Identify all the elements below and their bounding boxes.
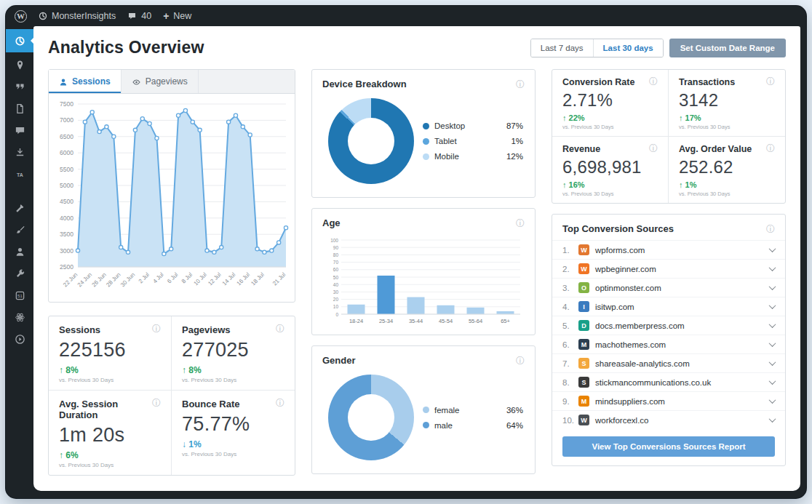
panel-title: Gender [322, 355, 356, 366]
sidebar-item-tools[interactable] [9, 199, 31, 217]
panel-title: Top Conversion Sources [562, 223, 674, 234]
svg-text:21 Jul: 21 Jul [271, 271, 287, 287]
up-arrow-icon: ↑ [679, 113, 685, 122]
source-row[interactable]: 8.Sstickmancommunications.co.uk [552, 372, 785, 391]
legend-label: Desktop [434, 121, 465, 130]
svg-text:70: 70 [333, 260, 339, 265]
sidebar-item-appearance[interactable] [9, 221, 31, 239]
sidebar-item-comments[interactable] [9, 121, 31, 140]
device-donut-chart [328, 98, 414, 184]
wp-admin-sidebar: TA 51 [6, 26, 33, 498]
source-row[interactable]: 4.Iisitwp.com [552, 297, 785, 316]
info-icon[interactable]: ⓘ [766, 225, 775, 233]
info-icon[interactable]: ⓘ [649, 144, 658, 153]
user-icon [15, 247, 25, 257]
info-icon[interactable]: ⓘ [516, 219, 525, 228]
chevron-down-icon[interactable] [769, 396, 776, 404]
chevron-down-icon[interactable] [769, 321, 776, 328]
sidebar-item-downloads[interactable] [9, 143, 31, 161]
info-icon[interactable]: ⓘ [276, 324, 284, 333]
last-7-days-button[interactable]: Last 7 days [531, 39, 593, 57]
view-top-conversions-report-button[interactable]: View Top Conversions Sources Report [562, 436, 775, 457]
chevron-down-icon[interactable] [769, 377, 776, 385]
svg-text:7500: 7500 [60, 100, 73, 108]
chevron-down-icon[interactable] [769, 359, 776, 366]
sidebar-item-posts[interactable] [9, 56, 31, 74]
svg-text:12 Jul: 12 Jul [207, 271, 223, 287]
monsterinsights-mini-icon [39, 12, 47, 20]
stat-comparison: vs. Previous 30 Days [562, 191, 658, 197]
svg-text:100: 100 [330, 238, 338, 243]
chevron-down-icon[interactable] [769, 245, 776, 252]
sidebar-item-media[interactable] [9, 78, 31, 96]
admin-bar-comments[interactable]: 40 [127, 11, 151, 21]
wordpress-logo-icon[interactable]: W [15, 10, 27, 23]
legend-dot-icon [423, 407, 429, 413]
source-row[interactable]: 7.Sshareasale-analytics.com [552, 353, 785, 372]
wp-admin-bar: W MonsterInsights 40 + New [6, 6, 806, 26]
info-icon[interactable]: ⓘ [516, 80, 525, 89]
stat-label: Sessions [59, 324, 100, 335]
info-icon[interactable]: ⓘ [766, 144, 775, 153]
chevron-down-icon[interactable] [769, 340, 776, 347]
legend-item-desktop: Desktop87% [423, 121, 523, 130]
main-content: Analytics Overview Last 7 days Last 30 d… [33, 26, 800, 491]
svg-text:65+: 65+ [501, 318, 510, 324]
comments-count: 40 [141, 11, 151, 21]
source-row[interactable]: 2.Wwpbeginner.com [552, 259, 785, 278]
stat-value: 1m 20s [59, 424, 161, 447]
source-row[interactable]: 9.Mmindsuppliers.com [552, 391, 785, 410]
source-row[interactable]: 3.Ooptinmonster.com [552, 278, 785, 297]
last-30-days-button[interactable]: Last 30 days [593, 39, 663, 57]
svg-text:5500: 5500 [60, 166, 73, 173]
source-row[interactable]: 5.Ddocs.memberpress.com [552, 316, 785, 335]
tab-sessions[interactable]: Sessions [49, 70, 122, 93]
legend-item-female: female36% [423, 406, 523, 415]
info-icon[interactable]: ⓘ [649, 77, 658, 86]
sidebar-item-settings[interactable] [9, 265, 31, 283]
info-icon[interactable]: ⓘ [152, 399, 161, 407]
source-rank: 6. [562, 340, 578, 349]
sidebar-item-pages[interactable] [9, 100, 31, 118]
stat-comparison: vs. Previous 30 Days [182, 451, 284, 457]
panel-title: Device Breakdown [322, 79, 407, 89]
stat-label: Avg. Order Value [679, 144, 752, 154]
ta-icon: TA [15, 169, 25, 180]
source-row[interactable]: 6.Mmachothemes.com [552, 335, 785, 353]
chart-tabs: Sessions Pageviews [49, 70, 295, 94]
sidebar-item-video[interactable] [9, 330, 31, 348]
sidebar-item-science[interactable] [9, 308, 31, 327]
sidebar-item-users[interactable] [9, 243, 31, 261]
stat-label: Conversion Rate [562, 77, 634, 87]
source-rank: 4. [562, 303, 578, 311]
source-row[interactable]: 1.Wwpforms.com [552, 240, 785, 259]
admin-bar-new[interactable]: + New [163, 11, 191, 21]
svg-text:30: 30 [333, 289, 339, 295]
comment-icon [15, 125, 25, 136]
chevron-down-icon[interactable] [769, 283, 776, 290]
site-menu[interactable]: MonsterInsights [39, 11, 116, 21]
info-icon[interactable]: ⓘ [516, 356, 525, 365]
sidebar-item-plugin-51[interactable]: 51 [9, 287, 31, 305]
sidebar-item-ta[interactable]: TA [9, 165, 31, 183]
donut-hole [348, 118, 394, 164]
info-icon[interactable]: ⓘ [766, 77, 775, 86]
info-icon[interactable]: ⓘ [276, 399, 284, 407]
chevron-down-icon[interactable] [769, 302, 776, 309]
source-rank: 5. [562, 321, 578, 330]
age-panel: Age ⓘ 010203040506070809010018-2425-3435… [311, 208, 536, 335]
chevron-down-icon[interactable] [769, 415, 776, 423]
sidebar-item-monsterinsights[interactable] [6, 29, 33, 52]
browser-window: W MonsterInsights 40 + New [6, 6, 806, 498]
desktop-background: { "admin_bar": {"site_name": "MonsterIns… [0, 0, 812, 504]
chevron-down-icon[interactable] [769, 264, 776, 271]
source-rank: 7. [562, 359, 578, 368]
info-icon[interactable]: ⓘ [152, 324, 161, 333]
set-custom-date-range-button[interactable]: Set Custom Date Range [669, 39, 786, 57]
tab-pageviews[interactable]: Pageviews [122, 70, 199, 93]
legend-value: 87% [506, 121, 523, 130]
gender-donut-chart [328, 375, 414, 460]
source-domain: shareasale-analytics.com [595, 359, 690, 368]
legend-value: 36% [506, 406, 523, 415]
source-row[interactable]: 10.Wworkforcexl.co [552, 410, 785, 429]
